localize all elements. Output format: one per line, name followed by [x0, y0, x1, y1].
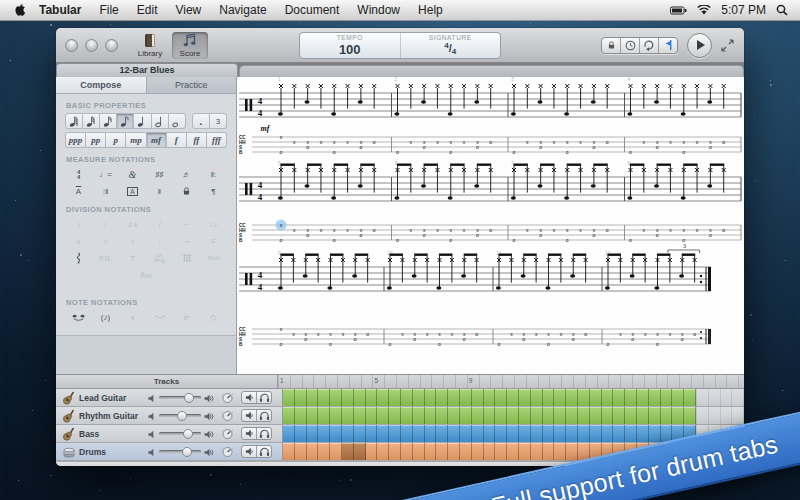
note-text-button[interactable]: Note	[200, 251, 227, 265]
repeat-start-button[interactable]: ‖:	[200, 167, 227, 181]
grid-cell[interactable]	[543, 425, 555, 442]
grid-cell[interactable]	[330, 407, 342, 424]
dynamic-ppp-button[interactable]: ppp	[65, 132, 86, 148]
sidebar-tab-practice[interactable]: Practice	[147, 77, 237, 93]
grid-cell[interactable]	[377, 407, 389, 424]
mute-button[interactable]	[242, 410, 256, 421]
grid-cell[interactable]	[649, 407, 661, 424]
time-signature-button[interactable]: 44	[65, 167, 92, 181]
grid-cell[interactable]	[377, 443, 389, 460]
grid-cell[interactable]	[401, 425, 413, 442]
grid-cell[interactable]	[448, 425, 460, 442]
dynamic-mp-button[interactable]: mp	[126, 132, 146, 148]
close-button[interactable]	[65, 39, 78, 52]
grid-cell[interactable]	[342, 443, 354, 460]
grid-cell[interactable]	[484, 443, 496, 460]
grid-cell[interactable]	[637, 389, 649, 406]
grid-cell[interactable]	[543, 389, 555, 406]
grid-cell[interactable]	[283, 425, 295, 442]
grid-cell[interactable]	[554, 389, 566, 406]
grid-cell[interactable]	[389, 443, 401, 460]
grid-cell[interactable]	[543, 443, 555, 460]
grid-cell[interactable]	[566, 443, 578, 460]
grid-cell[interactable]	[318, 443, 330, 460]
crescendo-button[interactable]: <	[92, 234, 119, 248]
volume-slider-thumb[interactable]	[182, 447, 192, 457]
library-button[interactable]: Library	[132, 32, 168, 59]
dynamic-ff-button[interactable]: ff	[187, 132, 207, 148]
grid-cell[interactable]	[389, 407, 401, 424]
grid-cell[interactable]	[283, 389, 295, 406]
duration-half-button[interactable]	[152, 113, 169, 129]
grid-cell[interactable]	[495, 389, 507, 406]
grid-cell[interactable]	[460, 443, 472, 460]
grid-cell[interactable]	[472, 425, 484, 442]
bend-button[interactable]: ~	[173, 217, 200, 231]
duration-whole-button[interactable]	[169, 113, 186, 129]
duration-32nd-button[interactable]	[83, 113, 100, 129]
grid-cell[interactable]	[495, 407, 507, 424]
grid-cell[interactable]	[366, 425, 378, 442]
tuplet-ratio-button[interactable]: 2:4	[119, 217, 146, 231]
count-in-toggle[interactable]	[658, 38, 677, 53]
grid-cell[interactable]	[495, 425, 507, 442]
grid-cell[interactable]	[425, 407, 437, 424]
mute-button[interactable]	[242, 428, 256, 439]
lock-toggle[interactable]	[602, 38, 620, 53]
grid-cell[interactable]	[283, 443, 295, 460]
grid-cell[interactable]	[590, 407, 602, 424]
pan-knob[interactable]	[221, 391, 234, 404]
volume-slider-thumb[interactable]	[184, 393, 194, 403]
volume-slider-thumb[interactable]	[183, 429, 193, 439]
grid-cell[interactable]	[330, 425, 342, 442]
document-tab[interactable]: 12-Bar Blues	[56, 63, 238, 77]
note-pair-button[interactable]: ♪♪	[200, 217, 227, 231]
track-row-rhythm-guitar[interactable]: Rhythm Guitar	[56, 407, 744, 425]
grid-cell[interactable]	[295, 389, 307, 406]
grid-cell[interactable]	[460, 407, 472, 424]
grid-cell[interactable]	[554, 407, 566, 424]
palm-mute-button[interactable]: P.M.	[92, 251, 119, 265]
grace-note-button[interactable]: ♪	[65, 217, 92, 231]
spotlight-icon[interactable]	[776, 4, 788, 16]
tapping-button[interactable]: T	[119, 251, 146, 265]
loop-toggle[interactable]	[639, 38, 658, 53]
triplet-button[interactable]: 3	[210, 113, 227, 129]
tremolo-button[interactable]: ≡	[200, 234, 227, 248]
menu-help[interactable]: Help	[418, 3, 443, 17]
grid-cell[interactable]	[637, 407, 649, 424]
grid-cell[interactable]	[507, 407, 519, 424]
zoom-button[interactable]	[105, 39, 118, 52]
tempo-signature-display[interactable]: TEMPO 100 SIGNATURE 4/4	[299, 32, 501, 59]
ottava-button[interactable]: 8va	[65, 268, 227, 282]
fullscreen-icon[interactable]	[721, 39, 734, 52]
grid-cell[interactable]	[578, 407, 590, 424]
grid-cell[interactable]	[543, 407, 555, 424]
grid-cell[interactable]	[554, 443, 566, 460]
grid-cell[interactable]	[401, 443, 413, 460]
menu-file[interactable]: File	[99, 3, 118, 17]
grid-cell[interactable]	[295, 425, 307, 442]
score-notation[interactable]: 441234CCHHSBxoxxoxxoxxoooxxoxxoxxoooxxox…	[237, 77, 744, 376]
grid-cell[interactable]	[342, 407, 354, 424]
sidebar-tab-compose[interactable]: Compose	[56, 77, 147, 93]
duration-quarter-button[interactable]	[134, 113, 151, 129]
grid-cell[interactable]	[507, 389, 519, 406]
grid-cell[interactable]	[507, 443, 519, 460]
slide-button[interactable]: /	[146, 217, 173, 231]
clock-time[interactable]: 5:07 PM	[721, 3, 766, 17]
clef-button[interactable]: &	[119, 167, 146, 181]
grid-cell[interactable]	[401, 407, 413, 424]
section-break-button[interactable]: ¶	[200, 184, 227, 198]
strum-down-button[interactable]: ↓	[146, 234, 173, 248]
grid-cell[interactable]	[318, 425, 330, 442]
grid-cell[interactable]	[307, 407, 319, 424]
grid-cell[interactable]	[519, 389, 531, 406]
grid-cell[interactable]	[566, 389, 578, 406]
solo-headphones-button[interactable]	[256, 446, 271, 457]
pan-knob[interactable]	[221, 445, 234, 458]
duration-64th-button[interactable]	[65, 113, 83, 129]
score-button[interactable]: Score	[172, 32, 208, 59]
harmonic-button[interactable]: ◇	[200, 310, 227, 324]
grid-cell[interactable]	[613, 389, 625, 406]
